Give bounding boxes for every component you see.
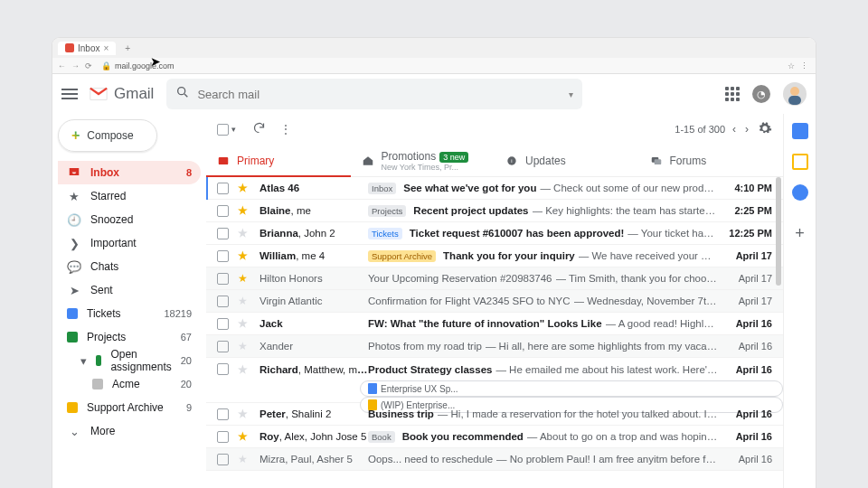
keep-rail-icon[interactable] xyxy=(792,154,808,170)
email-row[interactable]: ★XanderPhotos from my road trip — Hi all… xyxy=(206,335,783,358)
compose-button[interactable]: + Compose xyxy=(58,119,157,152)
attachment-chip[interactable]: Enterprise UX Sp... xyxy=(360,380,783,397)
sidebar-item-inbox[interactable]: Inbox8 xyxy=(58,161,201,184)
email-subject: Photos from my road trip xyxy=(368,341,482,352)
row-checkbox[interactable] xyxy=(217,205,229,217)
sidebar-item-support-archive[interactable]: Support Archive9 xyxy=(58,396,201,419)
email-row[interactable]: ★Mizra, Paul, Asher 5Oops... need to res… xyxy=(206,448,783,471)
forward-icon[interactable]: → xyxy=(71,61,80,70)
close-tab-icon[interactable]: × xyxy=(103,43,108,53)
email-row[interactable]: ★Richard, Matthew, me 3Product Strategy … xyxy=(206,358,783,380)
sidebar-item-sent[interactable]: ➤Sent xyxy=(58,278,201,302)
star-icon[interactable]: ★ xyxy=(238,204,250,217)
sidebar-item-tickets[interactable]: Tickets18219 xyxy=(58,302,201,325)
browser-menu-icon[interactable]: ☆ xyxy=(788,61,795,70)
account-avatar[interactable] xyxy=(783,82,807,106)
tab-primary[interactable]: Primary xyxy=(206,145,351,176)
email-row[interactable]: ★Roy, Alex, John Jose 5BookBook you reco… xyxy=(206,426,783,448)
row-checkbox[interactable] xyxy=(217,318,229,330)
star-icon[interactable]: ★ xyxy=(238,249,250,262)
browser-tab[interactable]: Inbox × xyxy=(58,42,116,55)
tab-forums[interactable]: Forums xyxy=(639,145,784,176)
new-tab-button[interactable]: + xyxy=(119,43,136,53)
sidebar-item-open-assignments[interactable]: ▾Open assignments20 xyxy=(58,349,201,372)
star-icon: ★ xyxy=(67,190,81,203)
row-checkbox[interactable] xyxy=(217,431,229,443)
url-text[interactable]: mail.google.com xyxy=(115,61,175,70)
row-checkbox[interactable] xyxy=(217,183,229,194)
email-label-chip[interactable]: Tickets xyxy=(368,228,402,239)
chevron-down-icon[interactable]: ▾ xyxy=(80,354,87,368)
plus-icon: + xyxy=(71,127,80,144)
sidebar-item-important[interactable]: ❯Important xyxy=(58,231,201,255)
more-actions-button[interactable]: ⋮ xyxy=(280,123,292,136)
star-icon[interactable]: ★ xyxy=(238,317,250,330)
sidebar-item-starred[interactable]: ★Starred xyxy=(58,184,201,208)
star-icon[interactable]: ★ xyxy=(238,453,250,465)
sidebar-item-more[interactable]: ⌄More xyxy=(58,419,201,443)
email-row[interactable]: ★JackFW: What "the future of innovation"… xyxy=(206,313,783,335)
email-row[interactable]: ★William, me 4Support ArchiveThank you f… xyxy=(206,245,783,267)
row-checkbox[interactable] xyxy=(217,363,229,375)
row-checkbox[interactable] xyxy=(217,273,229,285)
star-icon[interactable]: ★ xyxy=(238,227,250,239)
tab-promotions[interactable]: Promotions3 newNew York Times, Pr... xyxy=(351,145,495,176)
sidebar-item-projects[interactable]: Projects67 xyxy=(58,325,201,349)
row-checkbox[interactable] xyxy=(217,341,229,352)
back-icon[interactable]: ← xyxy=(58,61,66,70)
category-tabs: PrimaryPromotions3 newNew York Times, Pr… xyxy=(206,145,783,177)
calendar-rail-icon[interactable] xyxy=(792,123,808,139)
email-row[interactable]: ★Virgin AtlanticConfirmation for Flight … xyxy=(206,290,783,313)
row-checkbox[interactable] xyxy=(217,408,229,420)
sidebar-item-chats[interactable]: 💬Chats xyxy=(58,255,201,278)
star-icon[interactable]: ★ xyxy=(238,363,250,376)
sidebar-item-label: Tickets xyxy=(87,307,121,320)
select-all-checkbox[interactable]: ▾ xyxy=(217,124,236,136)
search-options-icon[interactable]: ▾ xyxy=(569,89,573,99)
sidebar-item-label: Projects xyxy=(87,331,126,343)
attachment-name: Enterprise UX Sp... xyxy=(381,384,458,394)
email-row[interactable]: ★Hilton HonorsYour Upcoming Reservation … xyxy=(206,267,783,290)
email-date: April 17 xyxy=(725,273,772,284)
email-row[interactable]: ★Brianna, John 2TicketsTicket request #6… xyxy=(206,222,783,245)
search-input[interactable] xyxy=(197,88,569,101)
row-checkbox[interactable] xyxy=(217,228,229,239)
email-label-chip[interactable]: Inbox xyxy=(368,183,396,194)
search-bar[interactable]: ▾ xyxy=(166,79,582,109)
row-checkbox[interactable] xyxy=(217,454,229,465)
email-label-chip[interactable]: Projects xyxy=(368,205,406,217)
google-apps-icon[interactable] xyxy=(725,87,740,101)
row-checkbox[interactable] xyxy=(217,296,229,307)
email-sender: Blaine, me xyxy=(259,205,368,216)
email-row[interactable]: ★Peter, Shalini 2Business trip — Hi, I m… xyxy=(206,403,783,426)
star-icon[interactable]: ★ xyxy=(238,340,250,352)
row-checkbox[interactable] xyxy=(217,250,229,262)
tab-updates[interactable]: iUpdates xyxy=(495,145,639,176)
star-icon[interactable]: ★ xyxy=(238,408,250,420)
star-icon[interactable]: ★ xyxy=(238,272,250,285)
sidebar-item-snoozed[interactable]: 🕘Snoozed xyxy=(58,208,201,231)
next-page-button[interactable]: › xyxy=(745,123,749,136)
email-label-chip[interactable]: Book xyxy=(368,431,395,443)
chevron-down-icon[interactable]: ▾ xyxy=(231,125,236,134)
reload-icon[interactable]: ⟳ xyxy=(85,61,92,70)
prev-page-button[interactable]: ‹ xyxy=(732,123,736,136)
star-icon[interactable]: ★ xyxy=(238,182,250,194)
refresh-button[interactable] xyxy=(252,121,266,137)
rail-add-button[interactable]: + xyxy=(795,224,805,243)
star-icon[interactable]: ★ xyxy=(238,430,250,443)
main-menu-button[interactable] xyxy=(61,89,78,99)
sidebar-item-acme[interactable]: Acme20 xyxy=(58,372,201,396)
star-icon[interactable]: ★ xyxy=(238,295,250,307)
sidebar-item-label: More xyxy=(90,425,115,437)
email-row[interactable]: ★Atlas 46InboxSee what we've got for you… xyxy=(206,177,783,200)
settings-gear-icon[interactable] xyxy=(758,121,772,138)
tasks-rail-icon[interactable] xyxy=(792,184,808,201)
notifications-icon[interactable]: ◔ xyxy=(752,85,770,103)
browser-menu-icon[interactable]: ⋮ xyxy=(800,61,808,70)
email-row[interactable]: ★Blaine, meProjectsRecent project update… xyxy=(206,200,783,222)
email-label-chip[interactable]: Support Archive xyxy=(368,250,436,262)
email-sender: Xander xyxy=(259,341,368,352)
scrollbar[interactable] xyxy=(776,177,781,286)
email-snippet: — We have received your message and ... xyxy=(579,250,718,261)
